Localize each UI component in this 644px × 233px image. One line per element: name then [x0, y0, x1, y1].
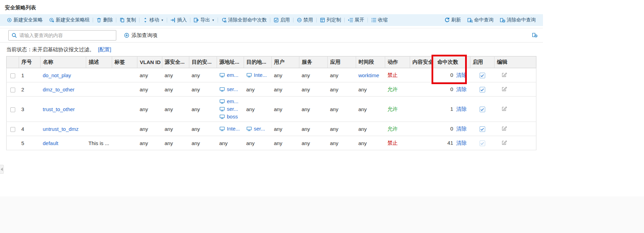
new-policy-button[interactable]: 新建安全策略	[3, 16, 46, 24]
policy-name-link[interactable]: do_not_play	[43, 72, 71, 78]
time-range-link[interactable]: worktime	[359, 72, 379, 78]
edit-icon[interactable]	[501, 140, 507, 145]
address-object[interactable]: ser...	[246, 125, 269, 133]
expand-button[interactable]: 展开	[345, 16, 368, 24]
clear-all-hits-icon: 00	[221, 17, 227, 23]
monitor-icon	[219, 87, 225, 92]
column-header[interactable]: 应用	[328, 56, 356, 68]
src-addr-cell: em...	[217, 68, 244, 82]
address-object-link[interactable]: ser...	[254, 125, 265, 133]
select-cell	[7, 122, 19, 136]
clear-hits-link[interactable]: 清除	[456, 86, 467, 92]
address-object[interactable]: ser...	[219, 86, 242, 93]
address-object-link[interactable]: Inte...	[254, 71, 267, 79]
column-header[interactable]: 描述	[86, 56, 112, 68]
dst-zone-cell: any	[189, 136, 217, 150]
enable-label: 启用	[280, 17, 290, 23]
move-button[interactable]: 移动▼	[139, 16, 167, 24]
row-select-checkbox[interactable]	[10, 88, 15, 92]
config-link[interactable]: [配置]	[98, 46, 111, 53]
dst-addr-cell: any	[244, 82, 272, 97]
column-header[interactable]: VLAN ID	[137, 56, 162, 68]
new-policy-group-button[interactable]: 新建安全策略组	[46, 16, 93, 24]
desc-cell	[86, 82, 112, 97]
row-select-checkbox[interactable]	[10, 107, 15, 112]
add-query-label: 添加查询项	[131, 32, 157, 39]
enabled-checkbox[interactable]	[480, 73, 485, 78]
new-policy-group-icon	[49, 17, 54, 23]
address-object[interactable]: Inte...	[246, 71, 269, 79]
address-object-link[interactable]: boss	[227, 113, 238, 120]
row-select-checkbox[interactable]	[10, 73, 15, 78]
column-header[interactable]: 目的地...	[244, 56, 272, 68]
clear-hits-link[interactable]: 清除	[456, 106, 467, 112]
column-header[interactable]: 内容安全	[410, 56, 435, 68]
collapse-button[interactable]: 收缩	[368, 16, 391, 24]
enabled-checkbox[interactable]	[480, 141, 485, 146]
column-header[interactable]: 用户	[272, 56, 299, 68]
column-header[interactable]: 服务	[299, 56, 328, 68]
column-header[interactable]: 源地址...	[217, 56, 244, 68]
panel-collapse-handle[interactable]	[0, 165, 4, 174]
policy-name-link[interactable]: default	[43, 140, 58, 146]
column-header[interactable]: 动作	[385, 56, 410, 68]
content-security-cell	[410, 97, 435, 122]
search-box[interactable]	[8, 30, 116, 41]
address-object-link[interactable]: em...	[227, 98, 238, 105]
address-object[interactable]: ser...	[219, 105, 242, 113]
address-object[interactable]: em...	[219, 98, 242, 105]
column-header[interactable]: 编辑	[495, 56, 536, 68]
clear-hit-query-button[interactable]: 清除命中查询	[497, 16, 539, 24]
address-object-link[interactable]: em...	[227, 71, 238, 79]
action-cell: 允许	[385, 97, 410, 122]
clear-hits-link[interactable]: 清除	[456, 140, 467, 146]
policy-name-link[interactable]: untrust_to_dmz	[43, 126, 79, 132]
application-cell: any	[328, 82, 356, 97]
delete-button[interactable]: 删除	[93, 16, 116, 24]
disable-button[interactable]: 禁用	[293, 16, 316, 24]
edit-icon[interactable]	[501, 86, 507, 92]
refresh-button[interactable]: 刷新	[441, 16, 464, 24]
advanced-query-icon[interactable]	[532, 32, 537, 38]
address-object[interactable]: Inte...	[219, 125, 242, 133]
column-header[interactable]: 标签	[112, 56, 137, 68]
search-input[interactable]	[19, 33, 113, 38]
column-header[interactable]: 名称	[40, 56, 86, 68]
move-icon	[143, 17, 148, 23]
enable-button[interactable]: 启用	[270, 16, 293, 24]
row-select-checkbox[interactable]	[10, 127, 15, 132]
copy-button[interactable]: 复制	[116, 16, 139, 24]
policy-name-link[interactable]: trust_to_other	[43, 106, 75, 112]
src-addr-cell: Inte...	[217, 122, 244, 136]
column-header[interactable]: 时间段	[356, 56, 385, 68]
column-customize-button[interactable]: 列定制	[317, 16, 344, 24]
address-object[interactable]: em...	[219, 71, 242, 79]
column-header[interactable]: 命中次数	[435, 56, 470, 68]
edit-icon[interactable]	[501, 126, 507, 131]
policy-name-link[interactable]: dmz_to_other	[43, 87, 75, 92]
clear-hits-link[interactable]: 清除	[456, 72, 467, 78]
address-object-link[interactable]: ser...	[227, 86, 238, 93]
address-object[interactable]: boss	[219, 113, 242, 120]
clear-all-hits-button[interactable]: 00清除全部命中次数	[218, 16, 270, 24]
column-header[interactable]: 启用	[470, 56, 495, 68]
edit-icon[interactable]	[501, 72, 507, 78]
column-header[interactable]: 源安全...	[162, 56, 189, 68]
address-object-link[interactable]: ser...	[227, 105, 238, 113]
clear-hits-link[interactable]: 清除	[456, 126, 467, 132]
enabled-checkbox[interactable]	[480, 126, 485, 132]
export-button[interactable]: 导出▼	[190, 16, 218, 24]
select-cell	[7, 82, 19, 97]
export-label: 导出	[200, 17, 210, 23]
column-header[interactable]: 目的安...	[189, 56, 217, 68]
add-query-button[interactable]: 添加查询项	[124, 32, 157, 39]
enabled-checkbox[interactable]	[480, 87, 485, 92]
hit-query-button[interactable]: 命中查询	[464, 16, 497, 24]
column-header[interactable]: 序号	[19, 56, 40, 68]
content-security-cell	[410, 82, 435, 97]
address-object-link[interactable]: Inte...	[227, 125, 240, 133]
insert-button[interactable]: 插入	[167, 16, 190, 24]
enabled-checkbox[interactable]	[480, 107, 485, 112]
edit-icon[interactable]	[501, 106, 507, 111]
enabled-cell	[470, 136, 495, 150]
